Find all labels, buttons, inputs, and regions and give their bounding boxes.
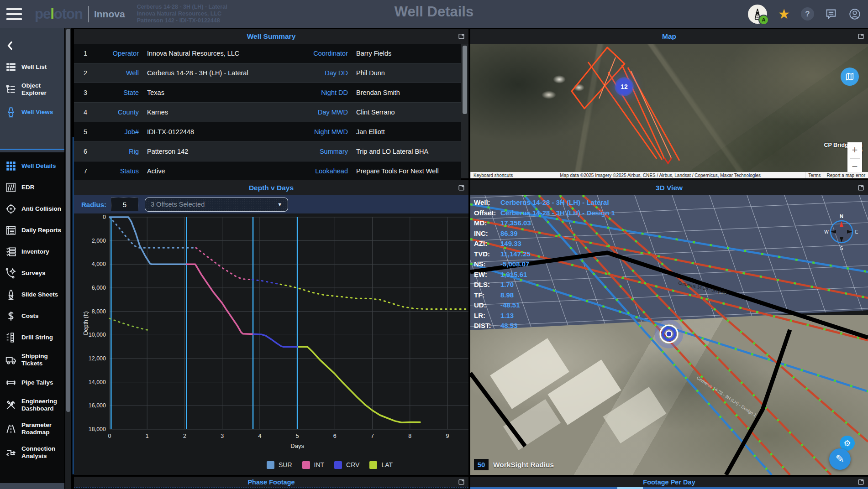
table-row: 3StateTexasNight DDBrendan Smith [74,83,461,103]
info-value: 1.13 [500,311,514,321]
sidebar-item-costs[interactable]: Costs [0,305,64,327]
well-summary-title: Well Summary [247,32,296,41]
inventory-icon [5,245,17,258]
svg-text:6,000: 6,000 [92,285,106,291]
map-layers-icon [845,72,855,82]
sidebar-item-daily-reports[interactable]: Daily Reports [0,219,64,241]
info-value: 1.70 [500,280,514,290]
derrick-avatar-icon[interactable]: A [748,5,767,24]
radius-input[interactable]: 5 [111,198,138,211]
sidebar-item-label: Anti Collision [21,205,63,213]
sidebar-item-well-views[interactable]: Well Views [0,101,64,123]
logo-divider [88,6,89,22]
row-value: Brendan Smith [348,89,461,96]
compass-south-label: S [840,246,843,251]
svg-text:4,000: 4,000 [92,261,106,267]
sidebar-item-parameter-roadmap[interactable]: Parameter Roadmap [0,417,64,441]
info-value: 8.98 [500,290,514,301]
well-cluster-marker[interactable]: 12 [615,77,634,96]
popout-icon[interactable] [857,184,864,191]
sidebar-item-label: Slide Sheets [21,291,63,298]
report-map-error-link[interactable]: Report a map error [824,172,868,178]
sidebar-item-pipe-tallys[interactable]: Pipe Tallys [0,372,64,393]
phase-footage-panel: Phase Footage [74,477,468,489]
survey-info-row: Offset:Cerberus 14-28 - 3H (LH) - Design… [474,208,615,218]
zoom-in-button[interactable]: + [847,142,862,158]
sidebar-item-well-list[interactable]: Well List [0,56,64,78]
star-icon[interactable]: ★ [777,7,791,21]
table-row: 5Job#IDI-TX-0122448Night MWDJan Elliott [74,122,461,142]
row-number: 6 [74,148,97,155]
scrollbar-thumb[interactable] [463,46,467,114]
popout-icon[interactable] [857,33,864,40]
survey-info-row: DIST:48.53 [474,321,615,331]
popout-icon[interactable] [458,479,465,485]
chevron-left-icon[interactable] [5,40,16,52]
content-scrollbar[interactable] [65,28,71,489]
worksight-radius-input[interactable]: 50 [474,459,489,470]
sidebar-item-surveys[interactable]: Surveys [0,262,64,284]
popout-icon[interactable] [857,479,864,485]
row-value: Active [139,167,270,175]
keyboard-shortcuts-link[interactable]: Keyboard shortcuts [470,172,516,178]
sidebar-item-anti-collision[interactable]: Anti Collision [0,198,64,219]
sidebar-item-inventory[interactable]: Inventory [0,241,64,262]
info-value: Cerberus 14-28 - 3H (LH) - Design 1 [500,208,615,218]
sidebar-item-object-explorer[interactable]: Object Explorer [0,78,64,101]
sidebar-item-label: Well Details [21,162,63,170]
current-well-header: Cerberus 14-28 - 3H (LH) - Lateral Innov… [137,4,227,24]
well-summary-table: 1OperatorInnova Natural Resources, LLCCo… [74,44,461,178]
table-row: 1OperatorInnova Natural Resources, LLCCo… [74,44,461,63]
row-label: State [97,89,139,96]
info-label: MD: [474,218,500,229]
legend-swatch [369,461,377,469]
footage-per-day-chart-edge [470,487,868,489]
svg-text:2: 2 [183,433,186,439]
hamburger-menu-icon[interactable] [6,8,22,20]
series-offset-2-lat [110,318,149,330]
row-label: Summary [270,148,348,155]
survey-info-row: MD:17,356.03 [474,218,615,229]
sidebar-item-label: Connection Analysis [21,445,63,460]
sidebar-item-slide-sheets[interactable]: Slide Sheets [0,284,64,305]
survey-info-row: INC:86.39 [474,229,615,239]
survey-info-overlay: Well:Cerberus 14-28 - 3H (LH) - LateralO… [474,198,615,331]
info-value: 149.33 [500,239,521,249]
svg-text:3: 3 [221,433,224,439]
series-offset-int [196,248,252,280]
sidebar-well-views-menu: Well DetailsEDRAnti CollisionDaily Repor… [0,152,64,483]
offsets-dropdown[interactable]: 3 Offsets Selected ▼ [145,198,288,212]
sidebar-item-well-details[interactable]: Well Details [0,155,64,177]
svg-text:4: 4 [258,433,261,439]
panel-title: Phase Footage [74,477,468,487]
sidebar-item-edr[interactable]: EDR [0,177,64,198]
well-summary-scrollbar[interactable] [461,44,468,178]
info-value: 11,147.25 [500,249,531,260]
row-value: Jan Elliott [348,128,461,135]
row-value: Texas [139,89,270,96]
sidebar: Well ListObject ExplorerWell Views Well … [0,28,64,489]
sidebar-item-label: Object Explorer [21,82,63,97]
popout-icon[interactable] [458,184,465,191]
info-label: UD: [474,300,500,311]
terms-link[interactable]: Terms [805,172,823,178]
scrollbar-thumb[interactable] [66,29,70,412]
sidebar-item-shipping-tickets[interactable]: Shipping Tickets [0,348,64,372]
footage-per-day-panel: Footage Per Day [470,477,868,489]
chat-icon[interactable] [824,7,838,21]
row-value: Karnes [139,109,270,116]
satellite-map[interactable]: 12 CP Bridger En H SW + − Google Keyboar… [470,44,868,178]
map-layers-button[interactable] [841,68,859,86]
row-number: 2 [74,69,97,77]
account-icon[interactable] [848,7,862,21]
edit-pencil-button[interactable]: ✎ [829,448,851,470]
map-zoom-control: + − [847,142,862,174]
topbar-actions: A ★ ? [748,0,862,28]
logo-accent: l [50,6,54,22]
sidebar-item-drill-string[interactable]: Drill String [0,327,64,348]
sidebar-item-connection-analysis[interactable]: Connection Analysis [0,441,64,464]
popout-icon[interactable] [458,33,465,40]
sidebar-item-engineering-dashboard[interactable]: Engineering Dashboard [0,393,64,417]
help-icon[interactable]: ? [801,7,814,21]
object-explorer-icon [5,83,17,96]
